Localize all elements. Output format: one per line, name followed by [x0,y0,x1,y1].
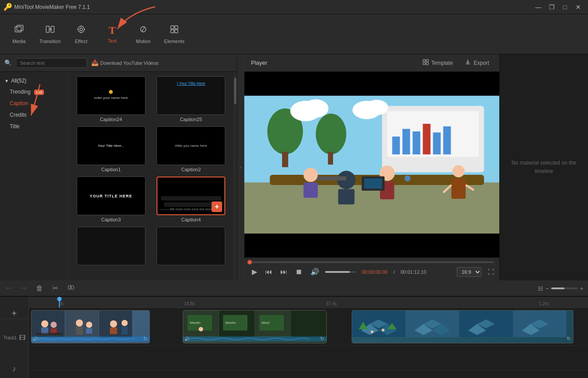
sidebar-all-group[interactable]: ▼ All(52) [0,75,68,86]
svg-point-65 [122,320,128,326]
toolbar-item-motion[interactable]: Motion [128,19,159,50]
ruler-mark-14s: 14.8s [184,301,195,306]
svg-rect-10 [175,30,178,33]
progress-bar[interactable] [250,261,494,263]
aspect-ratio-select[interactable]: 16:9 9:16 1:1 4:3 21:9 [457,267,482,277]
toolbar-item-effect[interactable]: Effect [66,19,97,50]
stop-button[interactable]: ⏹ [293,267,305,277]
svg-rect-2 [46,26,49,32]
timeline-content: + Track1 🎞 ♪ 0s 14.8s 37.4s 1.2m [0,297,588,378]
sidebar-item-title[interactable]: Title [0,121,68,132]
zoom-out-button[interactable]: − [545,285,549,292]
svg-rect-8 [175,26,178,29]
clip2-sound-icon: 🔊 [184,337,189,341]
caption-item-4[interactable]: ——— title more more more line more ——— +… [153,177,229,222]
clip2-loop-icon: ↻ [320,336,324,342]
media-icon [14,24,24,37]
split-button[interactable] [66,283,76,294]
sidebar: ▼ All(52) Trending Hot Caption Credits T… [0,72,69,280]
volume-button[interactable]: 🔊 [308,267,321,277]
export-icon [464,59,471,67]
caption-item-2[interactable]: #title you name here Caption2 [153,126,229,172]
app-title: MiniTool MovieMaker Free 7.1.1 [14,4,532,10]
restore-button[interactable]: ❐ [545,2,558,12]
svg-rect-39 [338,189,355,205]
redo-button[interactable]: ↪ [20,283,28,294]
svg-point-61 [86,322,92,328]
svg-rect-33 [328,152,333,165]
export-button[interactable]: Export [461,57,493,69]
caption-item-extra1[interactable] [73,227,149,267]
ruler-mark-1m: 1.2m [539,301,549,306]
toolbar-item-media[interactable]: Media [4,19,35,50]
volume-fill [325,271,350,273]
progress-dot [247,260,252,264]
track1-label: Track1 🎞 [0,319,28,357]
delete-button[interactable]: 🗑 [35,283,44,294]
fit-timeline-button[interactable]: ⊟ [538,285,543,292]
search-input[interactable] [16,58,87,68]
search-icon: 🔍 [4,59,12,66]
caption-item-25[interactable]: | Your Title Here Caption25 [153,76,229,122]
time-separator: / [393,269,395,275]
sidebar-item-trending[interactable]: Trending Hot [0,86,68,98]
sidebar-all-label: All(52) [11,78,27,84]
caption-grid: 😊 enter your name here Caption24 | Your … [69,72,233,280]
sidebar-item-credits[interactable]: Credits [0,109,68,121]
media-label: Media [12,39,26,44]
download-youtube-button[interactable]: 📥 Download YouTube Videos [91,59,159,66]
caption-item-1[interactable]: Your Title Here... Caption1 [73,126,149,172]
svg-rect-12 [426,59,428,62]
video-clip-1[interactable]: 🔊 ↻ [31,310,150,343]
clip1-loop-icon: ↻ [143,336,147,342]
svg-point-87 [371,331,373,333]
close-button[interactable]: ✕ [572,2,584,12]
elements-label: Elements [164,39,184,44]
caption-item-24[interactable]: 😊 enter your name here Caption24 [73,76,149,122]
maximize-button[interactable]: □ [559,2,571,12]
caption-label-1: Caption1 [101,167,121,172]
toolbar-item-text[interactable]: T Text [97,19,128,50]
caption-item-extra2[interactable] [153,227,229,267]
toolbar-item-elements[interactable]: Elements [159,19,190,50]
caption-label-25: Caption25 [180,117,202,122]
zoom-slider[interactable] [551,287,578,289]
caption-thumb-4: ——— title more more more line more ——— + [157,177,225,215]
trending-label: Trending [10,89,31,95]
text-label: Text [108,38,117,43]
video-clip-3[interactable]: ↻ [352,310,573,343]
zoom-in-button[interactable]: + [580,285,584,292]
next-frame-button[interactable]: ⏭ [278,267,290,277]
svg-text:Meetin: Meetin [190,321,200,325]
video-clip-2[interactable]: Meetin Meetin Meet 🔊 [183,310,327,343]
svg-point-26 [452,165,465,177]
expand-panel-button[interactable]: › [237,54,244,280]
add-track-button[interactable]: + [12,309,17,318]
svg-rect-25 [443,126,451,154]
player-area: Player Template [244,54,499,280]
track-area: 0s 14.8s 37.4s 1.2m [29,297,588,378]
fullscreen-button[interactable]: ⛶ [488,268,494,276]
prev-frame-button[interactable]: ⏮ [263,267,274,277]
sidebar-item-caption[interactable]: Caption [0,98,68,109]
svg-rect-43 [364,178,382,189]
minimize-button[interactable]: — [532,2,545,12]
clip1-sound-bar: 🔊 [31,336,149,342]
effect-icon [76,24,86,37]
svg-rect-13 [423,63,425,65]
undo-button[interactable]: ↩ [4,283,13,294]
cut-button[interactable]: ✂ [51,283,59,294]
svg-point-88 [382,329,384,331]
template-button[interactable]: Template [419,57,457,69]
clip2-sound-bar: 🔊 [183,336,326,342]
svg-rect-49 [71,286,74,289]
player-title: Player [251,59,267,66]
svg-rect-22 [413,131,420,154]
play-button[interactable]: ▶ [250,267,259,277]
toolbar-item-transition[interactable]: Transition [35,19,66,50]
content-scrollbar[interactable] [233,72,237,280]
caption-item-3[interactable]: YOUR TITLE HERE Caption3 [73,177,149,222]
volume-bar[interactable] [325,271,356,273]
caption-thumb-1: Your Title Here... [77,126,145,165]
add-caption4-button[interactable]: + [212,201,222,212]
